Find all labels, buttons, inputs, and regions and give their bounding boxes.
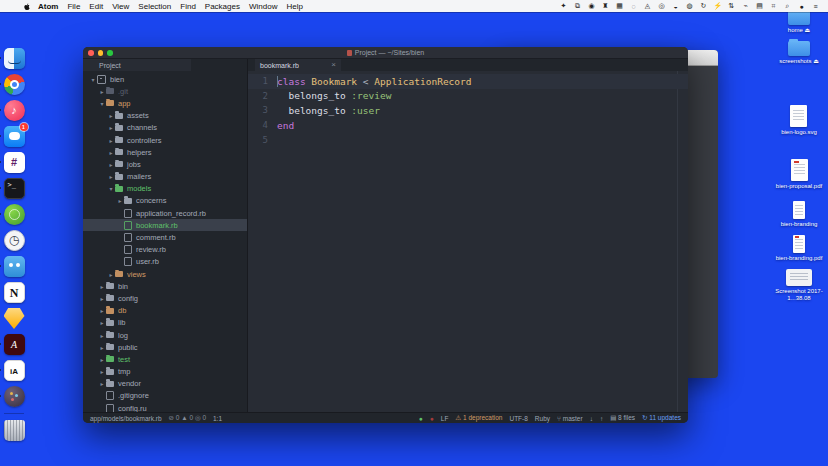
tree-item-db[interactable]: ▸db bbox=[83, 305, 247, 317]
menu-window[interactable]: Window bbox=[249, 2, 277, 11]
menubar-extra-4-icon[interactable]: ♜ bbox=[601, 2, 610, 10]
menubar-extra-3-icon[interactable]: ◉ bbox=[587, 2, 596, 10]
dock-finder[interactable] bbox=[4, 48, 25, 69]
tree-item-vendor[interactable]: ▸vendor bbox=[83, 378, 247, 390]
chevron-closed-icon: ▸ bbox=[107, 149, 115, 156]
desktop-icon-bien-branding-pdf[interactable]: bien-branding.pdf bbox=[776, 235, 823, 262]
file-icon bbox=[124, 221, 132, 230]
tree-item-bien[interactable]: ▾bien bbox=[83, 73, 247, 85]
menubar-extra-6-icon[interactable]: ◌ bbox=[629, 3, 638, 10]
tree-item-user.rb[interactable]: user.rb bbox=[83, 256, 247, 268]
tab-project[interactable]: Project bbox=[83, 59, 191, 71]
airplay-icon[interactable]: ⇅ bbox=[727, 2, 736, 10]
tree-item-.git[interactable]: ▸.git bbox=[83, 85, 247, 97]
tree-item-concerns[interactable]: ▸concerns bbox=[83, 195, 247, 207]
dock-terminal[interactable] bbox=[4, 178, 25, 199]
encoding-indicator[interactable]: UTF-8 bbox=[509, 415, 527, 422]
desktop-icon-screenshot-2017[interactable]: Screenshot 2017-1...38.08 bbox=[772, 269, 826, 302]
deprecation-warning[interactable]: ⚠ 1 deprecation bbox=[455, 414, 502, 422]
desktop-icon-bien-proposal-pdf[interactable]: bien-proposal.pdf bbox=[776, 159, 822, 190]
tree-item-channels[interactable]: ▸channels bbox=[83, 122, 247, 134]
tree-item-comment.rb[interactable]: comment.rb bbox=[83, 231, 247, 243]
tree-item-lib[interactable]: ▸lib bbox=[83, 317, 247, 329]
menubar-extra-2-icon[interactable]: ⧉ bbox=[573, 2, 582, 10]
dock-media-app[interactable] bbox=[4, 386, 25, 407]
tree-item-public[interactable]: ▸public bbox=[83, 341, 247, 353]
menu-edit[interactable]: Edit bbox=[89, 2, 103, 11]
menubar-extra-7-icon[interactable]: ◬ bbox=[643, 2, 652, 10]
tree-item-tmp[interactable]: ▸tmp bbox=[83, 366, 247, 378]
tree-item-bin[interactable]: ▸bin bbox=[83, 280, 247, 292]
tree-item-models[interactable]: ▾models bbox=[83, 183, 247, 195]
line-ending-indicator[interactable]: LF bbox=[441, 415, 449, 422]
chevron-closed-icon: ▸ bbox=[107, 271, 115, 278]
tree-item-mailers[interactable]: ▸mailers bbox=[83, 171, 247, 183]
tree-item-helpers[interactable]: ▸helpers bbox=[83, 146, 247, 158]
spotlight-icon[interactable]: ⌕ bbox=[783, 2, 792, 10]
menu-find[interactable]: Find bbox=[180, 2, 196, 11]
menu-file[interactable]: File bbox=[67, 2, 80, 11]
desktop-icon-bien-logo-svg[interactable]: bien-logo.svg bbox=[781, 105, 817, 136]
tree-item-application-record.rb[interactable]: application_record.rb bbox=[83, 207, 247, 219]
volume-icon[interactable]: ▤ bbox=[755, 2, 764, 10]
dock-acrobat[interactable] bbox=[4, 334, 25, 355]
dock-sketch[interactable] bbox=[4, 308, 25, 329]
tree-item-jobs[interactable]: ▸jobs bbox=[83, 158, 247, 170]
dock-clock-app[interactable] bbox=[4, 230, 25, 251]
dock-trash[interactable] bbox=[4, 420, 25, 441]
grammar-indicator[interactable]: Ruby bbox=[535, 415, 550, 422]
tab-close-icon[interactable]: × bbox=[331, 61, 336, 69]
git-branch[interactable]: ⑂ master bbox=[557, 415, 583, 422]
menubar-extra-9-icon[interactable]: ◒ bbox=[671, 3, 680, 10]
package-updates[interactable]: ↻ 11 updates bbox=[642, 414, 681, 422]
dock-tweetbot[interactable] bbox=[4, 256, 25, 277]
tree-item-test[interactable]: ▸test bbox=[83, 353, 247, 365]
desktop-icon-screenshots[interactable]: screenshots ⏏ bbox=[779, 41, 819, 65]
desktop-icon-bien-branding[interactable]: bien-branding bbox=[781, 201, 818, 228]
tree-item-bookmark.rb[interactable]: bookmark.rb bbox=[83, 219, 247, 231]
dock-music[interactable] bbox=[4, 100, 25, 121]
git-pull-arrow[interactable]: ↓ bbox=[590, 415, 593, 422]
tree-item-controllers[interactable]: ▸controllers bbox=[83, 134, 247, 146]
menu-selection[interactable]: Selection bbox=[138, 2, 171, 11]
tree-item-app[interactable]: ▾app bbox=[83, 97, 247, 109]
desktop-icon-home[interactable]: home ⏏ bbox=[788, 10, 810, 34]
dock-chrome[interactable] bbox=[4, 74, 25, 95]
dock-notion[interactable] bbox=[4, 282, 25, 303]
github-file-count[interactable]: ▤ 8 files bbox=[610, 414, 635, 422]
menu-packages[interactable]: Packages bbox=[205, 2, 240, 11]
tree-item-label: bien bbox=[110, 75, 124, 84]
window-titlebar[interactable]: Project — ~/Sites/bien bbox=[83, 47, 688, 59]
git-push-arrow[interactable]: ↑ bbox=[600, 415, 603, 422]
siri-icon[interactable]: ● bbox=[797, 3, 806, 10]
menubar-extra-8-icon[interactable]: ◎ bbox=[657, 2, 666, 10]
menubar-extra-1-icon[interactable]: ✦ bbox=[559, 2, 568, 10]
cursor-position[interactable]: 1:1 bbox=[213, 415, 222, 422]
tree-item-log[interactable]: ▸log bbox=[83, 329, 247, 341]
menu-help[interactable]: Help bbox=[286, 2, 302, 11]
dock-green-app[interactable] bbox=[4, 204, 25, 225]
battery-icon[interactable]: ⚡ bbox=[713, 2, 722, 10]
keyboard-icon[interactable]: ⌗ bbox=[769, 2, 778, 10]
tree-item-label: mailers bbox=[127, 172, 151, 181]
dock-ia-writer[interactable] bbox=[4, 360, 25, 381]
notification-center-icon[interactable]: ≡ bbox=[811, 3, 820, 10]
tree-item-review.rb[interactable]: review.rb bbox=[83, 244, 247, 256]
tree-item-views[interactable]: ▸views bbox=[83, 268, 247, 280]
tree-item-.gitignore[interactable]: .gitignore bbox=[83, 390, 247, 402]
tree-item-config[interactable]: ▸config bbox=[83, 292, 247, 304]
apple-menu-icon[interactable] bbox=[22, 1, 32, 11]
record-dot[interactable]: ● bbox=[430, 415, 434, 422]
menubar-extra-10-icon[interactable]: ◍ bbox=[685, 2, 694, 10]
menu-view[interactable]: View bbox=[112, 2, 129, 11]
tree-item-assets[interactable]: ▸assets bbox=[83, 110, 247, 122]
dock-slack[interactable] bbox=[4, 152, 25, 173]
menu-atom[interactable]: Atom bbox=[38, 2, 58, 11]
menubar-extra-5-icon[interactable]: ▦ bbox=[615, 2, 624, 10]
wifi-icon[interactable]: ⌁ bbox=[741, 2, 750, 10]
dock-messages[interactable]: 1 bbox=[4, 126, 25, 147]
git-status-dot[interactable]: ● bbox=[419, 415, 423, 422]
code-editor[interactable]: 1class Bookmark < ApplicationRecord2 bel… bbox=[248, 71, 688, 413]
tab-bookmark-rb[interactable]: bookmark.rb × bbox=[255, 59, 341, 71]
menubar-extra-11-icon[interactable]: ↻ bbox=[699, 2, 708, 10]
